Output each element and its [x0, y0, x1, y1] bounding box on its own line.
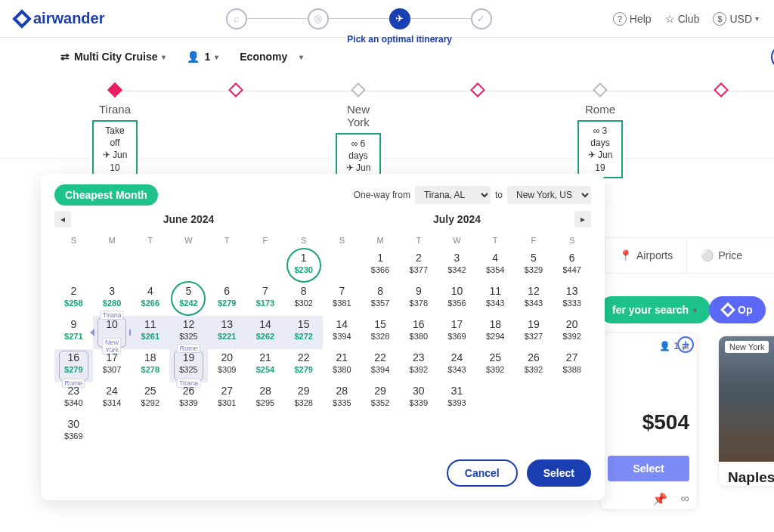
calendar-day[interactable]: 15$272 [284, 316, 323, 349]
calendar-day[interactable]: 16$380 [399, 316, 438, 349]
calendar-day[interactable]: 29$328 [284, 382, 323, 416]
calendar-day[interactable]: 1$230 [284, 249, 323, 283]
calendar-day[interactable]: 19$327 [515, 316, 553, 349]
calendar-day[interactable]: 16$279Rome [54, 349, 93, 382]
airports-filter[interactable]: 📍Airports [605, 238, 686, 273]
calendar-day[interactable]: 6$279 [208, 283, 246, 316]
day-price: $272 [284, 332, 323, 341]
calendar-day[interactable]: 15$328 [361, 316, 400, 349]
calendar-day[interactable]: 24$314 [93, 382, 132, 416]
itinerary-stop[interactable]: TiranaTake off✈ Jun 10 [92, 85, 138, 178]
price-filter[interactable]: ⚪Price [686, 238, 756, 273]
calendar-day[interactable]: 8$302 [284, 283, 323, 316]
calendar-day[interactable]: 9$378 [399, 283, 438, 316]
calendar-day[interactable]: Tirana10New York [93, 316, 132, 349]
optimize-button[interactable]: Op [709, 296, 766, 323]
calendar-day[interactable]: 21$380 [323, 349, 361, 382]
calendar-day[interactable]: 28$295 [246, 382, 285, 416]
calendar-day[interactable]: Rome19$325Tirana [169, 349, 208, 382]
prev-month-button[interactable]: ◂ [54, 211, 71, 227]
trip-type-selector[interactable]: ⇄Multi City Cruise▾ [60, 51, 166, 63]
calendar-day[interactable]: 23$340 [54, 382, 93, 416]
step-search-icon[interactable]: ⌕ [226, 8, 247, 29]
currency-selector[interactable]: $USD▾ [713, 12, 759, 26]
next-month-button[interactable]: ▸ [574, 211, 591, 227]
calendar-day[interactable]: 3$342 [438, 249, 476, 283]
calendar-day[interactable]: 2$258 [54, 283, 93, 316]
calendar-day[interactable]: 7$173 [246, 283, 285, 316]
itinerary-stop[interactable] [698, 85, 744, 95]
step-target-icon[interactable]: ◎ [308, 8, 329, 29]
select-button[interactable]: Select [527, 459, 591, 487]
itinerary-stop[interactable] [213, 85, 259, 95]
calendar-day[interactable]: 9$271 [54, 316, 93, 349]
calendar-day[interactable]: 17$369 [438, 316, 476, 349]
calendar-day[interactable]: 10$356 [438, 283, 476, 316]
help-link[interactable]: ?Help [613, 12, 652, 26]
calendar-day [246, 249, 285, 283]
stop-card[interactable]: ∞ 3 days✈ Jun 19 [577, 120, 623, 178]
calendar-day[interactable]: 7$381 [323, 283, 361, 316]
day-number: 3 [93, 285, 132, 297]
calendar-day[interactable]: 12$343 [515, 283, 553, 316]
calendar-day[interactable]: 23$392 [399, 349, 438, 382]
primary-cta[interactable]: F [771, 45, 774, 69]
from-select[interactable]: Tirana, AL [415, 186, 491, 204]
calendar-day[interactable]: 6$447 [553, 249, 591, 283]
calendar-day[interactable]: 13$333 [553, 283, 591, 316]
calendar-day[interactable]: 5$329 [515, 249, 553, 283]
share-icon[interactable]: ∞ [681, 492, 689, 506]
to-select[interactable]: New York, US [507, 186, 591, 204]
calendar-day[interactable]: 28$335 [323, 382, 361, 416]
calendar-day[interactable]: 14$394 [323, 316, 361, 349]
calendar-day[interactable]: 26$339 [169, 382, 208, 416]
refine-search-button[interactable]: fer your search▾ [599, 296, 711, 323]
calendar-day[interactable]: 30$369 [54, 416, 93, 449]
select-itinerary-button[interactable]: Select [608, 456, 689, 481]
calendar-day[interactable]: 8$357 [361, 283, 400, 316]
calendar-day[interactable]: 18$278 [131, 349, 169, 382]
calendar-day[interactable]: 24$343 [438, 349, 476, 382]
calendar-day[interactable]: 21$254 [246, 349, 285, 382]
calendar-day[interactable]: 27$388 [553, 349, 591, 382]
calendar-day [246, 416, 285, 449]
calendar-day[interactable]: 13$221 [208, 316, 246, 349]
logo[interactable]: airwander [15, 10, 104, 27]
stop-card[interactable]: Take off✈ Jun 10 [92, 120, 138, 178]
calendar-day[interactable]: 22$279 [284, 349, 323, 382]
calendar-day[interactable]: 14$262 [246, 316, 285, 349]
itinerary-stop[interactable] [455, 85, 500, 95]
calendar-day[interactable]: 25$292 [131, 382, 169, 416]
calendar-day[interactable]: 22$394 [361, 349, 400, 382]
calendar-day[interactable]: 4$266 [131, 283, 169, 316]
calendar-day[interactable]: 20$392 [553, 316, 591, 349]
calendar-day[interactable]: 18$294 [476, 316, 515, 349]
calendar-day[interactable]: 11$343 [476, 283, 515, 316]
cheapest-month-button[interactable]: Cheapest Month [54, 184, 158, 206]
passenger-selector[interactable]: 👤1▾ [187, 51, 218, 63]
calendar-day[interactable]: 4$354 [476, 249, 515, 283]
add-icon[interactable]: + [677, 336, 694, 353]
itinerary-stop[interactable]: Rome∞ 3 days✈ Jun 19 [577, 85, 623, 178]
range-handle-icon[interactable] [90, 329, 94, 336]
calendar-day[interactable]: 27$301 [208, 382, 246, 416]
step-plane-icon[interactable]: ✈ [389, 8, 410, 29]
calendar-day[interactable]: 25$392 [476, 349, 515, 382]
calendar-day[interactable]: 17$307 [93, 349, 132, 382]
calendar-day[interactable]: 26$392 [515, 349, 553, 382]
calendar-day[interactable]: 1$366 [361, 249, 400, 283]
cabin-selector[interactable]: Economy▾ [240, 51, 303, 63]
calendar-day[interactable]: 2$377 [399, 249, 438, 283]
day-number: 5 [515, 252, 553, 264]
calendar-day[interactable]: 20$309 [208, 349, 246, 382]
step-check-icon[interactable]: ✓ [471, 8, 492, 29]
calendar-day[interactable]: 30$339 [399, 382, 438, 416]
destination-card[interactable]: New York Naples [718, 336, 774, 487]
calendar-day[interactable]: 29$352 [361, 382, 400, 416]
calendar-day[interactable]: 11$261 [131, 316, 169, 349]
pin-icon[interactable]: 📌 [652, 492, 667, 506]
calendar-day[interactable]: 31$393 [438, 382, 476, 416]
cancel-button[interactable]: Cancel [447, 459, 518, 487]
club-link[interactable]: ☆Club [665, 13, 700, 25]
calendar-day[interactable]: 5$242 [169, 283, 208, 316]
